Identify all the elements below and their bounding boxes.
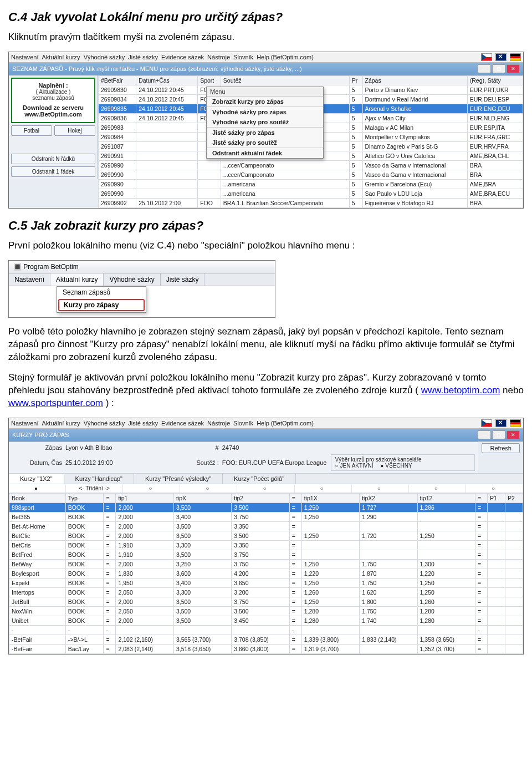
col-header[interactable]: tip1 xyxy=(116,493,173,503)
menu-item[interactable]: Evidence sázek xyxy=(161,54,204,60)
minimize-icon[interactable]: — xyxy=(478,64,491,73)
flag-cz-icon[interactable] xyxy=(481,53,492,61)
table-row[interactable]: NoxWinBOOK=2,0503,5003,500=1,2801,7501,2… xyxy=(9,606,523,616)
menu-item[interactable]: Nastavení xyxy=(11,54,39,60)
menu-item[interactable]: Aktuální kurzy xyxy=(42,420,80,427)
col-header[interactable]: Zápas xyxy=(362,75,467,85)
ctx-item-sure-league[interactable]: Jisté sázky pro soutěž xyxy=(207,138,323,148)
menu-item[interactable]: Aktuální kurzy xyxy=(42,54,80,60)
tab-kurzy-goly[interactable]: Kurzy "Počet gólů" xyxy=(223,474,296,484)
sort-radio[interactable] xyxy=(295,484,352,493)
table-row[interactable]: -BetFairBac/Lay=2,083 (2,140)3,518 (3,65… xyxy=(9,644,523,653)
ctx-item-profit-match[interactable]: Výhodné sázky pro zápas xyxy=(207,106,323,117)
col-header[interactable]: #BetFair xyxy=(99,75,136,85)
col-header[interactable]: = xyxy=(104,493,116,503)
flag-de-icon[interactable] xyxy=(510,53,521,61)
menu-item[interactable]: Slovník xyxy=(233,54,253,60)
tab-kurzy-handicap[interactable]: Kurzy "Handicap" xyxy=(64,474,134,484)
button-remove-1[interactable]: Odstranit 1 řádek xyxy=(11,166,95,177)
table-row[interactable]: Bet365BOOK=2,0003,4003,750=1,2501,290= xyxy=(9,512,523,521)
table-row[interactable]: BetWayBOOK=2,0003,2503,750=1,2501,7501,3… xyxy=(9,559,523,569)
main-tab[interactable]: Nastavení xyxy=(9,273,50,286)
radio-jen-aktivni[interactable]: JEN AKTIVNÍ xyxy=(335,463,373,469)
col-header[interactable]: Pr xyxy=(349,75,362,85)
col-header[interactable]: tipX xyxy=(173,493,231,503)
radio-vsechny[interactable]: VŠECHNY xyxy=(380,463,412,469)
maximize-icon[interactable]: ▢ xyxy=(492,64,505,73)
ctx-item-show-odds[interactable]: Zobrazit kurzy pro zápas xyxy=(207,97,323,106)
table-row[interactable]: ExpektBOOK=1,9503,4003,650=1,2501,7501,2… xyxy=(9,578,523,587)
menu-item[interactable]: Nastavení xyxy=(11,420,39,427)
main-tab[interactable]: Výhodné sázky xyxy=(104,273,160,286)
main-tab-active[interactable]: Aktuální kurzy xyxy=(50,273,104,286)
table-row[interactable]: BetFredBOOK=1,9103,5003,750== xyxy=(9,550,523,559)
menu-item[interactable]: Jisté sázky xyxy=(128,54,158,60)
table-row[interactable]: Bet-At-HomeBOOK=2,0003,5003,350== xyxy=(9,521,523,531)
minimize-icon[interactable]: — xyxy=(478,430,491,439)
table-row[interactable]: 2690990225.10.2012 2:00FOOBRA.1.L Brazil… xyxy=(99,198,523,207)
table-row[interactable]: BetCrisBOOK=1,9103,3003,350== xyxy=(9,540,523,550)
sort-radio[interactable] xyxy=(409,484,466,493)
button-fotbal[interactable]: Fotbal xyxy=(11,125,52,136)
table-row[interactable]: 888sportBOOK=2,0003,5003,500=1,2501,7271… xyxy=(9,503,523,512)
menu-item[interactable]: Jisté sázky xyxy=(128,420,158,427)
main-tab[interactable]: Jisté sázky xyxy=(161,273,205,286)
col-header[interactable]: Datum+Čas xyxy=(136,75,198,85)
col-header[interactable]: Sport xyxy=(198,75,221,85)
table-row[interactable]: 2690990...americana5Sao Paulo v LDU Loja… xyxy=(99,189,523,198)
close-icon[interactable]: ✕ xyxy=(507,64,520,73)
link-betoptim[interactable]: www.betoptim.com xyxy=(421,385,500,395)
col-header[interactable]: Typ xyxy=(65,493,104,503)
ctx-item-profit-league[interactable]: Výhodné sázky pro soutěž xyxy=(207,117,323,127)
table-row[interactable]: BoylesportBOOK=1,8303,6004,200=1,2201,87… xyxy=(9,569,523,578)
ctx-item-sure-match[interactable]: Jisté sázky pro zápas xyxy=(207,127,323,138)
table-row[interactable]: -BetFair->B/->L=2,102 (2,160)3,565 (3,70… xyxy=(9,635,523,644)
col-header[interactable]: P2 xyxy=(505,493,523,503)
maximize-icon[interactable]: ▢ xyxy=(492,430,505,439)
button-hokej[interactable]: Hokej xyxy=(54,125,95,136)
table-row[interactable]: JetBullBOOK=2,0003,5003,750=1,2501,8001,… xyxy=(9,597,523,606)
refresh-button[interactable]: Refresh xyxy=(482,443,520,453)
table-row[interactable]: 2690990...americana5Gremio v Barcelona (… xyxy=(99,179,523,189)
col-header[interactable]: tipX2 xyxy=(360,493,417,503)
menu-item[interactable]: Help (BetOptim.com) xyxy=(257,54,314,60)
sort-radio[interactable] xyxy=(9,484,66,493)
col-header[interactable]: P1 xyxy=(488,493,505,503)
tab-kurzy-1x2[interactable]: Kurzy "1X2" xyxy=(9,474,64,484)
menu-item[interactable]: Nástroje xyxy=(207,420,230,427)
col-header[interactable]: = xyxy=(289,493,301,503)
col-header[interactable]: tip1X xyxy=(301,493,359,503)
table-row[interactable]: 2690990...ccer/Campeonato5Vasco da Gama … xyxy=(99,170,523,179)
ctx-item-remove-row[interactable]: Odstranit aktuální řádek xyxy=(207,148,323,158)
col-header[interactable]: Book xyxy=(9,493,66,503)
table-row[interactable]: BetClicBOOK=2,0003,5003,500=1,2501,7201,… xyxy=(9,531,523,540)
menu-item[interactable]: Výhodné sázky xyxy=(84,54,125,60)
menu-item[interactable]: Nástroje xyxy=(207,54,230,60)
table-row[interactable]: IntertopsBOOK=2,0503,3003,200=1,2601,620… xyxy=(9,587,523,597)
menu-item[interactable]: Výhodné sázky xyxy=(84,420,125,427)
table-row[interactable]: 2690990...ccer/Campeonato5Vasco da Gama … xyxy=(99,160,523,170)
col-header[interactable]: tip12 xyxy=(417,493,475,503)
sort-radio[interactable] xyxy=(180,484,237,493)
sort-radio[interactable] xyxy=(352,484,409,493)
flag-cz-icon[interactable] xyxy=(481,419,492,427)
button-remove-n[interactable]: Odstranit N řádků xyxy=(11,154,95,164)
table-row[interactable]: UnibetBOOK=2,0003,5003,450=1,2801,7401,2… xyxy=(9,616,523,625)
close-icon[interactable]: ✕ xyxy=(507,430,520,439)
col-header[interactable]: tip2 xyxy=(232,493,289,503)
menu-item[interactable]: Slovník xyxy=(233,420,253,427)
col-header[interactable]: = xyxy=(475,493,487,503)
flag-gb-icon[interactable] xyxy=(495,53,507,61)
link-sportspunter[interactable]: www.sportspunter.com xyxy=(8,398,103,408)
col-header[interactable]: (Reg), Státy xyxy=(467,75,523,85)
tab-kurzy-presne[interactable]: Kurzy "Přesné výsledky" xyxy=(134,474,223,484)
flag-de-icon[interactable] xyxy=(510,419,521,427)
table-row[interactable]: ----- xyxy=(9,625,523,635)
sort-radio[interactable] xyxy=(466,484,523,493)
menu-item[interactable]: Evidence sázek xyxy=(161,420,204,427)
dd-item-seznam[interactable]: Seznam zápasů xyxy=(57,287,146,298)
col-header[interactable]: Soutěž xyxy=(221,75,349,85)
sort-radio[interactable] xyxy=(123,484,180,493)
menu-item[interactable]: Help (BetOptim.com) xyxy=(257,420,314,427)
flag-gb-icon[interactable] xyxy=(495,419,507,427)
